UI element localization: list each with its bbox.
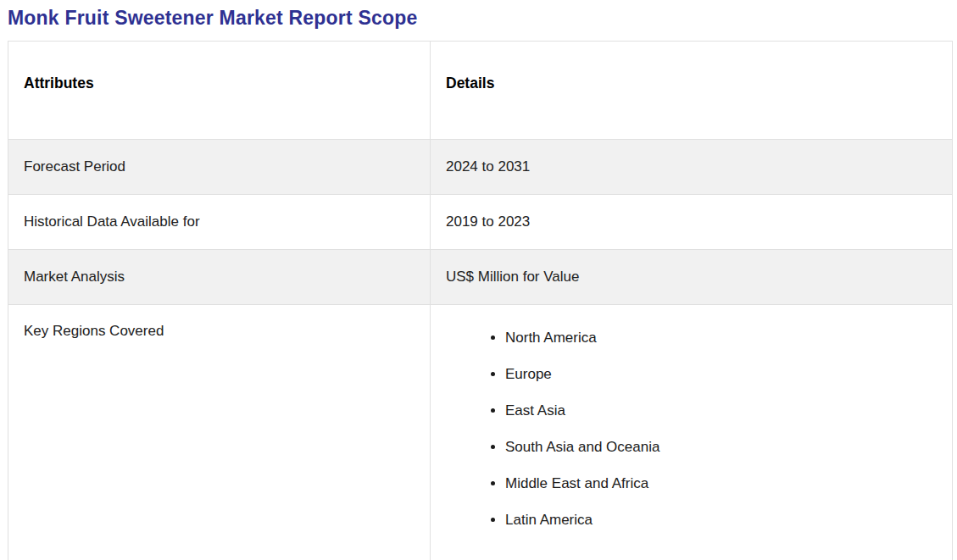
- detail-cell-key-regions: North America Europe East Asia South Asi…: [431, 305, 953, 560]
- table-row-market-analysis: Market Analysis US$ Million for Value: [8, 250, 953, 305]
- table-row-key-regions: Key Regions Covered North America Europe…: [8, 305, 953, 560]
- page-title: Monk Fruit Sweetener Market Report Scope: [8, 5, 957, 30]
- region-list-item-latin-america: Latin America: [505, 502, 943, 538]
- regions-list: North America Europe East Asia South Asi…: [446, 319, 943, 538]
- attribute-cell-key-regions: Key Regions Covered: [8, 305, 431, 560]
- detail-cell-historical-data: 2019 to 2023: [431, 195, 953, 250]
- detail-cell-forecast-period: 2024 to 2031: [431, 140, 953, 195]
- table-row-forecast-period: Forecast Period 2024 to 2031: [8, 140, 953, 195]
- column-header-attributes: Attributes: [8, 42, 431, 140]
- table-row-historical-data: Historical Data Available for 2019 to 20…: [8, 195, 953, 250]
- table-header-row: Attributes Details: [8, 42, 953, 140]
- detail-cell-market-analysis: US$ Million for Value: [431, 250, 953, 305]
- region-list-item-middle-east-africa: Middle East and Africa: [505, 465, 943, 502]
- region-list-item-east-asia: East Asia: [505, 392, 943, 429]
- region-list-item-south-asia-oceania: South Asia and Oceania: [505, 429, 943, 465]
- attribute-cell-forecast-period: Forecast Period: [8, 140, 431, 195]
- report-scope-table: Attributes Details Forecast Period 2024 …: [8, 41, 953, 560]
- column-header-details: Details: [431, 42, 953, 140]
- region-list-item-north-america: North America: [505, 319, 943, 356]
- attribute-cell-market-analysis: Market Analysis: [8, 250, 431, 305]
- region-list-item-europe: Europe: [505, 356, 943, 392]
- attribute-cell-historical-data: Historical Data Available for: [8, 195, 431, 250]
